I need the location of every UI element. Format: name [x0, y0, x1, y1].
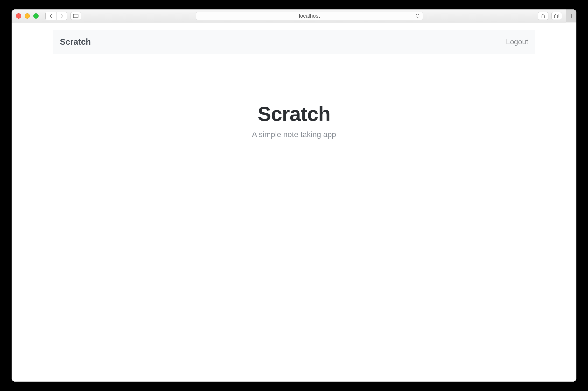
hero-title: Scratch [53, 102, 535, 126]
plus-icon [569, 13, 574, 18]
reload-icon [415, 13, 420, 18]
chevron-right-icon [60, 14, 64, 18]
minimize-window-button[interactable] [25, 13, 30, 19]
address-bar-wrap: localhost [81, 12, 538, 20]
forward-button[interactable] [56, 12, 67, 20]
nav-buttons [45, 12, 67, 20]
hero-subtitle: A simple note taking app [53, 130, 535, 139]
sidebar-toggle-button[interactable] [70, 12, 81, 20]
browser-window: localhost [12, 9, 576, 382]
maximize-window-button[interactable] [33, 13, 39, 19]
back-button[interactable] [46, 12, 56, 20]
tabs-overview-button[interactable] [551, 12, 562, 20]
window-controls [16, 13, 39, 19]
chevron-left-icon [49, 14, 53, 18]
browser-titlebar: localhost [12, 9, 576, 22]
app-navbar: Scratch Logout [53, 30, 535, 54]
page-content: Scratch Logout Scratch A simple note tak… [12, 22, 576, 382]
share-icon [541, 13, 545, 18]
tabs-icon [554, 14, 559, 18]
reload-button[interactable] [415, 13, 420, 18]
close-window-button[interactable] [16, 13, 21, 19]
svg-rect-0 [73, 14, 78, 18]
svg-rect-2 [554, 15, 558, 18]
address-bar[interactable]: localhost [196, 12, 423, 20]
hero: Scratch A simple note taking app [53, 102, 535, 139]
new-tab-button[interactable] [566, 9, 576, 22]
sidebar-icon [73, 14, 78, 18]
brand-link[interactable]: Scratch [60, 37, 91, 47]
address-text: localhost [299, 13, 320, 19]
toolbar-right [538, 9, 572, 22]
logout-link[interactable]: Logout [506, 38, 528, 46]
share-button[interactable] [538, 12, 548, 20]
